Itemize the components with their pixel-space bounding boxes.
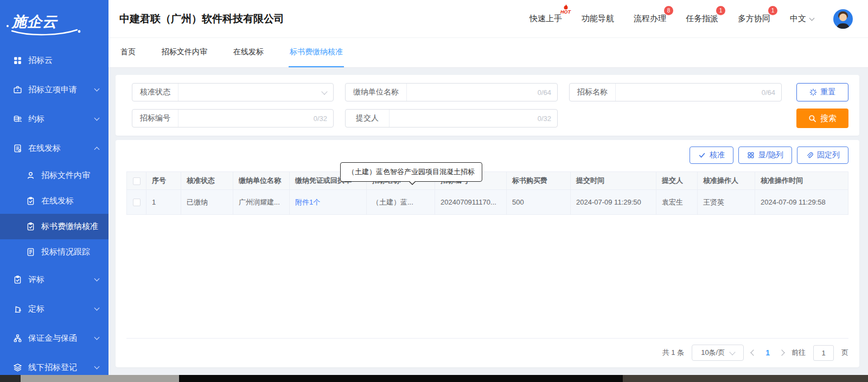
cell-approver: 王贤英 bbox=[698, 190, 755, 215]
total-count: 共 1 条 bbox=[662, 348, 684, 358]
count-badge: 1 bbox=[768, 6, 777, 15]
cell-unit: 广州润耀建... bbox=[233, 190, 290, 215]
goto-label: 前往 bbox=[792, 348, 806, 358]
sidebar-subitem-doc-review[interactable]: 招标文件内审 bbox=[0, 163, 108, 188]
sidebar-item-bidding-cloud[interactable]: 招标云 bbox=[0, 46, 108, 75]
layers-icon bbox=[13, 363, 22, 372]
select-all-checkbox[interactable] bbox=[133, 177, 141, 185]
count-badge: 8 bbox=[664, 6, 673, 15]
logo-dot bbox=[7, 25, 9, 27]
crane-icon bbox=[13, 304, 22, 314]
tooltip-arrow-inner bbox=[409, 181, 416, 184]
sidebar-subitem-online-bidding[interactable]: 在线发标 bbox=[0, 188, 108, 214]
tender-no-input[interactable] bbox=[178, 110, 333, 127]
tender-name-input[interactable] bbox=[616, 84, 781, 101]
grid-icon bbox=[747, 151, 755, 159]
next-page-button[interactable] bbox=[778, 349, 784, 355]
language-selector[interactable]: 中文 bbox=[790, 14, 814, 24]
table-panel: 核准 显/隐列 固定列 序号 核准状态 缴纳 bbox=[116, 140, 859, 367]
goto-page-input[interactable] bbox=[813, 345, 834, 361]
tab-doc-review[interactable]: 招标文件内审 bbox=[161, 38, 208, 67]
char-counter: 0/32 bbox=[538, 114, 551, 123]
sidebar-subitem-bid-tracking[interactable]: 投标情况跟踪 bbox=[0, 239, 108, 265]
chevron-down-icon bbox=[94, 305, 100, 311]
avatar[interactable] bbox=[833, 9, 853, 29]
reset-button[interactable]: 重置 bbox=[796, 83, 848, 101]
org-chart-icon bbox=[13, 334, 22, 343]
clipboard-check-icon bbox=[26, 222, 35, 231]
tab-home[interactable]: 首页 bbox=[119, 38, 137, 67]
sidebar-item-award[interactable]: 定标 bbox=[0, 294, 108, 323]
cell-tender-name: （土建）蓝... bbox=[367, 190, 435, 215]
sidebar-item-label: 在线发标 bbox=[41, 196, 108, 206]
table-row[interactable]: 1 已缴纳 广州润耀建... 附件1个 （土建）蓝... 20240709111… bbox=[127, 190, 848, 215]
col-header-unit: 缴纳单位名称 bbox=[233, 172, 290, 190]
hot-badge: HOT bbox=[560, 4, 571, 15]
sidebar-item-label: 保证金与保函 bbox=[28, 333, 95, 343]
paying-unit-field[interactable]: 缴纳单位名称 0/64 bbox=[345, 83, 558, 101]
tab-online-bidding[interactable]: 在线发标 bbox=[232, 38, 265, 67]
nav-collaboration[interactable]: 多方协同 1 bbox=[738, 14, 770, 24]
sidebar-item-project-apply[interactable]: 招标立项申请 bbox=[0, 75, 108, 104]
cell-no: 1 bbox=[146, 190, 181, 215]
current-page[interactable]: 1 bbox=[763, 348, 772, 357]
sidebar-subitem-fee-approval[interactable]: 标书费缴纳核准 bbox=[0, 214, 108, 239]
approve-button[interactable]: 核准 bbox=[690, 147, 733, 164]
page-size-select[interactable]: 10条/页 bbox=[692, 345, 744, 361]
table-toolbar: 核准 显/隐列 固定列 bbox=[126, 147, 848, 164]
language-label: 中文 bbox=[790, 14, 806, 24]
nav-label: 多方协同 bbox=[738, 14, 770, 23]
nav-function-guide[interactable]: 功能导航 bbox=[582, 14, 614, 24]
submitter-field[interactable]: 提交人 0/32 bbox=[345, 109, 558, 128]
submitter-input[interactable] bbox=[390, 110, 557, 127]
nav-quick-start[interactable]: 快速上手 HOT bbox=[529, 14, 562, 24]
attachment-link[interactable]: 附件1个 bbox=[295, 198, 320, 206]
char-counter: 0/64 bbox=[762, 88, 775, 97]
chevron-down-icon bbox=[94, 86, 100, 92]
sidebar: 施企云 招标云 招标立项申请 约标 在线发标 招标文件内审 在线发标 bbox=[0, 0, 108, 375]
page-size-value: 10条/页 bbox=[701, 348, 725, 358]
grid-icon bbox=[13, 56, 22, 65]
document-list-icon bbox=[13, 144, 22, 153]
sidebar-item-online-bidding[interactable]: 在线发标 bbox=[0, 133, 108, 163]
tab-fee-approval[interactable]: 标书费缴纳核准 bbox=[289, 38, 344, 67]
tender-no-field[interactable]: 招标编号 0/32 bbox=[132, 109, 334, 128]
cell-status: 已缴纳 bbox=[181, 190, 233, 215]
approval-status-input[interactable] bbox=[178, 84, 333, 101]
count-badge: 1 bbox=[716, 6, 725, 15]
sidebar-menu: 招标云 招标立项申请 约标 在线发标 招标文件内审 在线发标 标书费缴纳核准 bbox=[0, 43, 108, 382]
chevron-down-icon bbox=[94, 335, 100, 340]
sidebar-item-evaluation[interactable]: 评标 bbox=[0, 265, 108, 294]
paying-unit-input[interactable] bbox=[407, 84, 557, 101]
col-header-submit-time: 提交时间 bbox=[571, 172, 656, 190]
chevron-down-icon bbox=[94, 116, 100, 121]
avatar-suit bbox=[837, 23, 850, 29]
nav-process-handling[interactable]: 流程办理 8 bbox=[634, 14, 666, 24]
clipboard-check-icon bbox=[13, 275, 22, 284]
top-nav: 快速上手 HOT 功能导航 流程办理 8 任务指派 1 多方协同 1 中文 bbox=[529, 9, 853, 29]
sidebar-item-label: 投标情况跟踪 bbox=[41, 247, 108, 257]
fixed-columns-button[interactable]: 固定列 bbox=[797, 147, 848, 164]
sidebar-item-label: 招标文件内审 bbox=[41, 170, 108, 181]
show-hide-columns-button[interactable]: 显/隐列 bbox=[738, 147, 792, 164]
approval-status-select[interactable]: 核准状态 bbox=[132, 83, 334, 101]
person-icon bbox=[26, 171, 35, 180]
document-icon bbox=[26, 247, 35, 257]
avatar-face bbox=[839, 14, 847, 21]
chevron-up-icon bbox=[94, 147, 100, 152]
sidebar-item-label: 招标云 bbox=[28, 55, 99, 66]
row-checkbox[interactable] bbox=[133, 199, 141, 206]
tender-name-field[interactable]: 招标名称 0/64 bbox=[569, 83, 782, 101]
char-counter: 0/64 bbox=[538, 88, 551, 97]
coins-icon bbox=[13, 114, 22, 124]
field-label: 提交人 bbox=[346, 113, 389, 123]
sidebar-item-guarantee[interactable]: 保证金与保函 bbox=[0, 323, 108, 353]
pagination: 共 1 条 10条/页 1 前往 页 bbox=[126, 338, 848, 361]
paperclip-icon bbox=[806, 151, 813, 159]
sidebar-item-yuebiao[interactable]: 约标 bbox=[0, 104, 108, 133]
nav-task-assign[interactable]: 任务指派 1 bbox=[686, 14, 718, 24]
cell-fee: 500 bbox=[507, 190, 571, 215]
prev-page-button[interactable] bbox=[751, 349, 757, 355]
search-button[interactable]: 搜索 bbox=[796, 109, 848, 128]
cell-approve-time: 2024-07-09 11:29:58 bbox=[755, 190, 848, 215]
